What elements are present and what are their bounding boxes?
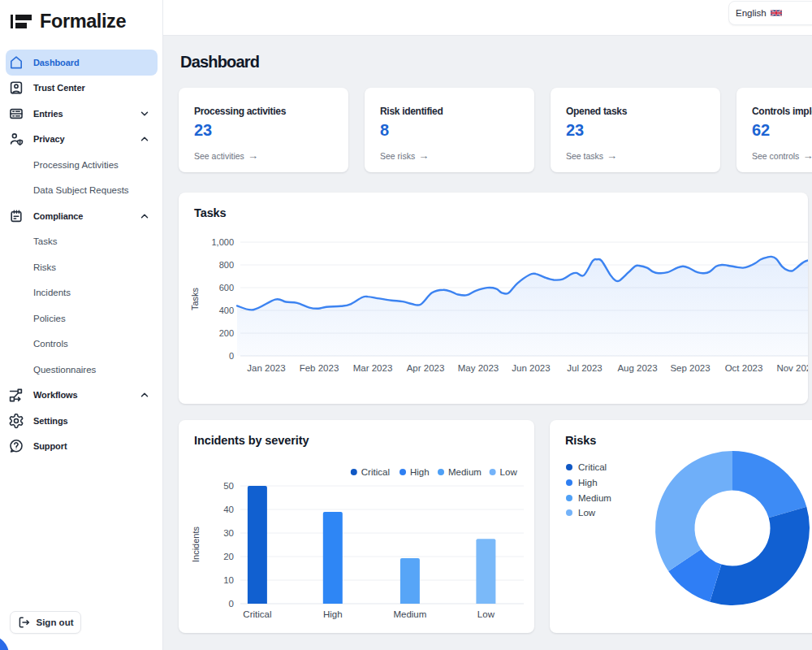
svg-text:1,000: 1,000 — [211, 237, 234, 247]
svg-text:Medium: Medium — [448, 467, 482, 477]
svg-text:Jul 2023: Jul 2023 — [567, 363, 602, 373]
svg-text:30: 30 — [223, 528, 234, 538]
svg-text:Oct 2023: Oct 2023 — [725, 363, 763, 373]
svg-text:Aug 2023: Aug 2023 — [617, 363, 657, 373]
svg-text:10: 10 — [223, 575, 234, 585]
svg-text:400: 400 — [219, 306, 234, 315]
svg-text:Incidents: Incidents — [191, 526, 201, 562]
svg-text:Feb 2023: Feb 2023 — [300, 363, 339, 373]
svg-text:0: 0 — [229, 599, 234, 609]
svg-text:Medium: Medium — [393, 609, 426, 619]
svg-text:Mar 2023: Mar 2023 — [353, 363, 393, 373]
svg-text:Critical: Critical — [243, 609, 271, 619]
svg-text:Jun 2023: Jun 2023 — [512, 363, 550, 373]
svg-text:High: High — [410, 467, 430, 477]
svg-text:600: 600 — [219, 283, 234, 292]
svg-text:May 2023: May 2023 — [458, 363, 499, 373]
svg-text:50: 50 — [223, 481, 234, 491]
svg-text:Sep 2023: Sep 2023 — [670, 363, 710, 373]
svg-text:Apr 2023: Apr 2023 — [407, 363, 445, 373]
svg-text:Low: Low — [477, 609, 495, 619]
svg-text:Critical: Critical — [361, 467, 390, 477]
svg-text:0: 0 — [229, 351, 234, 361]
svg-text:40: 40 — [223, 505, 234, 514]
svg-text:High: High — [323, 609, 343, 619]
svg-text:Tasks: Tasks — [190, 287, 200, 310]
svg-text:200: 200 — [219, 328, 234, 338]
svg-text:Nov 2023: Nov 2023 — [776, 363, 808, 373]
svg-text:20: 20 — [223, 552, 234, 561]
svg-text:800: 800 — [219, 260, 234, 270]
svg-text:Low: Low — [500, 467, 518, 477]
svg-text:Jan 2023: Jan 2023 — [247, 363, 285, 373]
